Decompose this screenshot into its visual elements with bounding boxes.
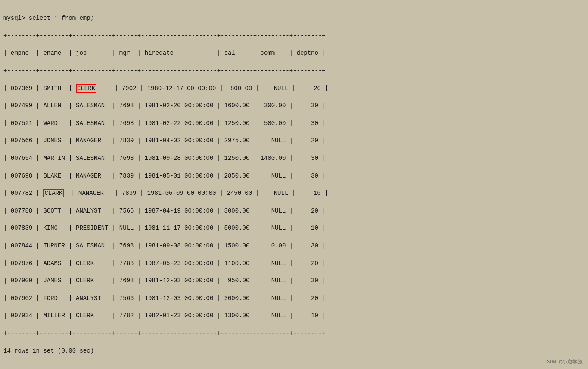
row-scott: | 007788 | SCOTT | ANALYST | 7566 | 1987… (3, 206, 585, 215)
terminal-output: mysql> select * from emp; +--------+----… (0, 3, 588, 369)
row-king: | 007839 | KING | PRESIDENT | NULL | 198… (3, 224, 585, 232)
row-jones: | 007566 | JONES | MANAGER | 7839 | 1981… (3, 136, 585, 145)
row-james: | 007900 | JAMES | CLERK | 7698 | 1981-1… (3, 276, 585, 285)
rows-count-1: 14 rows in set (0.00 sec) (3, 347, 585, 355)
row-clark-1: | 007782 | CLARK | MANAGER | 7839 | 1981… (3, 189, 585, 197)
line-4: +--------+--------+-----------+------+--… (3, 66, 585, 75)
line-1: mysql> select * from emp; (3, 14, 585, 22)
line-2: +--------+--------+-----------+------+--… (3, 31, 585, 40)
row-allen: | 007499 | ALLEN | SALESMAN | 7698 | 198… (3, 101, 585, 110)
line-sep-end: +--------+--------+-----------+------+--… (3, 329, 585, 338)
row-smith: | 007369 | SMITH | CLERK | 7902 | 1980-1… (3, 84, 585, 93)
row-turner: | 007844 | TURNER | SALESMAN | 7698 | 19… (3, 241, 585, 250)
row-adams: | 007876 | ADAMS | CLERK | 7788 | 1987-0… (3, 259, 585, 268)
row-ward: | 007521 | WARD | SALESMAN | 7698 | 1981… (3, 119, 585, 128)
watermark: CSDN @小唐学渣 (544, 358, 583, 366)
row-miller: | 007934 | MILLER | CLERK | 7782 | 1982-… (3, 311, 585, 320)
line-3: | empno | ename | job | mgr | hiredate |… (3, 49, 585, 57)
clerk-highlight-1: CLERK (76, 84, 96, 93)
row-martin: | 007654 | MARTIN | SALESMAN | 7698 | 19… (3, 154, 585, 163)
row-blake: | 007698 | BLAKE | MANAGER | 7839 | 1981… (3, 172, 585, 180)
clark-highlight-1: CLARK (43, 189, 64, 197)
blank-1 (3, 364, 585, 369)
row-ford: | 007902 | FORD | ANALYST | 7566 | 1981-… (3, 294, 585, 303)
